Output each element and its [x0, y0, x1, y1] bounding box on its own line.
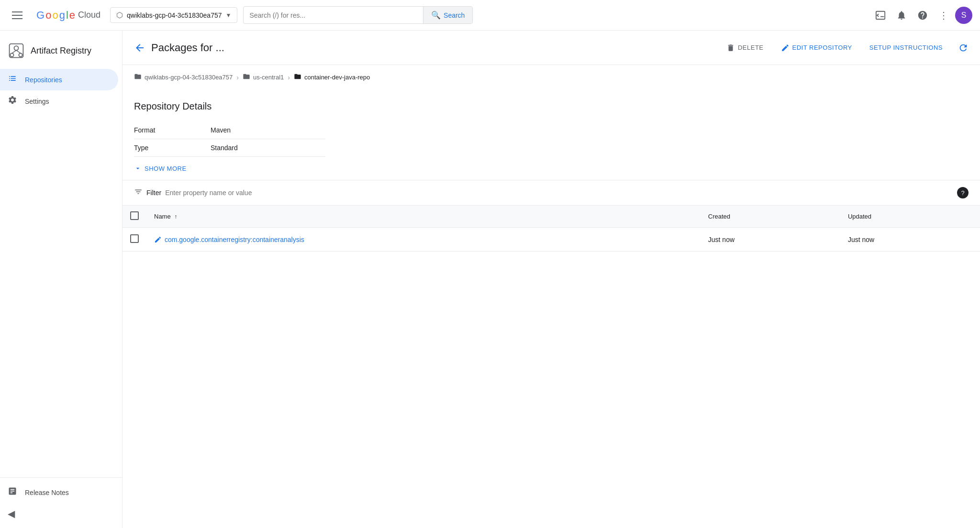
avatar[interactable]: S: [955, 7, 972, 24]
breadcrumb-repo[interactable]: container-dev-java-repo: [294, 73, 370, 82]
svg-point-3: [14, 46, 19, 50]
main-content: Packages for ... DELETE EDIT REPOSITORY …: [122, 31, 980, 528]
table-header-row: Name ↑ Created Updated: [122, 206, 980, 228]
filter-input[interactable]: [165, 189, 953, 197]
chevron-down-icon: [134, 165, 142, 172]
search-button[interactable]: 🔍 Search: [423, 7, 472, 23]
help-icon: [917, 10, 928, 21]
select-all-checkbox[interactable]: [130, 211, 139, 220]
refresh-button[interactable]: [958, 43, 969, 53]
sidebar-bottom: Release Notes ◀: [0, 477, 122, 528]
sidebar-header: Artifact Registry: [0, 34, 122, 69]
sidebar: Artifact Registry Repositories Settings …: [0, 31, 122, 528]
svg-line-6: [12, 50, 16, 53]
breadcrumb-project[interactable]: qwiklabs-gcp-04-3c51830ea757: [134, 73, 233, 82]
svg-point-5: [19, 53, 22, 56]
header-name-col[interactable]: Name ↑: [146, 206, 701, 228]
delete-label: DELETE: [738, 44, 764, 51]
folder-icon-3: [294, 73, 301, 82]
breadcrumb-project-label: qwiklabs-gcp-04-3c51830ea757: [145, 74, 233, 81]
search-bar: 🔍 Search: [243, 6, 473, 24]
chevron-down-icon: ▼: [226, 12, 232, 19]
refresh-icon: [958, 43, 969, 53]
package-link[interactable]: com.google.containerregistry:containeran…: [154, 236, 693, 243]
edit-label: EDIT REPOSITORY: [792, 44, 852, 51]
header-checkbox-col: [122, 206, 146, 228]
breadcrumb-repo-label: container-dev-java-repo: [304, 74, 370, 81]
delete-icon: [726, 44, 735, 52]
hamburger-icon: [12, 11, 22, 19]
details-table: Format Maven Type Standard: [134, 121, 325, 157]
breadcrumb-chevron-1: ›: [236, 74, 239, 81]
collapse-icon: ◀: [8, 508, 15, 519]
header-updated-col[interactable]: Updated: [840, 206, 980, 228]
search-input[interactable]: [244, 8, 423, 23]
breadcrumb-region-label: us-central1: [253, 74, 284, 81]
release-notes-label: Release Notes: [25, 489, 69, 496]
terminal-icon: [875, 10, 886, 21]
terminal-button[interactable]: [871, 6, 890, 25]
content-header: Packages for ... DELETE EDIT REPOSITORY …: [122, 31, 980, 65]
svg-point-4: [10, 53, 13, 56]
row-created-value: Just now: [708, 236, 735, 243]
format-key: Format: [134, 121, 211, 139]
settings-icon: [8, 95, 17, 107]
filter-label: Filter: [146, 189, 161, 197]
name-col-label: Name: [154, 213, 171, 220]
app-layout: Artifact Registry Repositories Settings …: [0, 31, 980, 528]
edit-repository-button[interactable]: EDIT REPOSITORY: [775, 40, 858, 56]
breadcrumb-region[interactable]: us-central1: [243, 73, 284, 82]
notifications-button[interactable]: [892, 6, 911, 25]
setup-label: SETUP INSTRUCTIONS: [869, 44, 943, 51]
folder-icon-2: [243, 73, 250, 82]
row-checkbox-cell: [122, 228, 146, 252]
row-updated-value: Just now: [848, 236, 874, 243]
filter-help-button[interactable]: ?: [957, 187, 969, 198]
filter-icon: [134, 187, 143, 198]
repo-details-title: Repository Details: [134, 101, 969, 112]
project-name: qwiklabs-gcp-04-3c51830ea757: [127, 11, 222, 19]
setup-instructions-button[interactable]: SETUP INSTRUCTIONS: [864, 40, 948, 55]
delete-button[interactable]: DELETE: [721, 40, 769, 56]
row-created-cell: Just now: [701, 228, 840, 252]
more-icon: ⋮: [939, 10, 948, 21]
header-created-col[interactable]: Created: [701, 206, 840, 228]
created-col-label: Created: [708, 213, 730, 220]
back-button[interactable]: [134, 42, 145, 54]
edit-icon: [781, 44, 790, 52]
package-name: com.google.containerregistry:containeran…: [165, 236, 304, 243]
page-title: Packages for ...: [151, 42, 715, 54]
repo-details: Repository Details Format Maven Type Sta…: [122, 89, 980, 180]
packages-table: Name ↑ Created Updated: [122, 206, 980, 252]
top-nav: Google Cloud ⬡ qwiklabs-gcp-04-3c51830ea…: [0, 0, 980, 31]
breadcrumb-chevron-2: ›: [288, 74, 290, 81]
format-value: Maven: [211, 121, 325, 139]
show-more-label: SHOW MORE: [145, 165, 187, 172]
row-name-cell: com.google.containerregistry:containeran…: [146, 228, 701, 252]
folder-icon: [134, 73, 142, 82]
help-button[interactable]: [913, 6, 932, 25]
package-edit-icon: [154, 236, 162, 243]
project-icon: ⬡: [116, 11, 123, 20]
filter-bar: Filter ?: [122, 180, 980, 206]
repositories-label: Repositories: [25, 76, 62, 84]
project-selector[interactable]: ⬡ qwiklabs-gcp-04-3c51830ea757 ▼: [110, 7, 237, 23]
bell-icon: [896, 10, 907, 21]
nav-icons: ⋮ S: [871, 6, 972, 25]
row-checkbox[interactable]: [130, 234, 139, 243]
more-options-button[interactable]: ⋮: [934, 6, 953, 25]
hamburger-menu-button[interactable]: [8, 6, 27, 25]
sidebar-item-settings[interactable]: Settings: [0, 90, 118, 112]
type-value: Standard: [211, 139, 325, 157]
detail-row-type: Type Standard: [134, 139, 325, 157]
sort-ascending-icon: ↑: [174, 213, 177, 220]
table-row: com.google.containerregistry:containeran…: [122, 228, 980, 252]
type-key: Type: [134, 139, 211, 157]
sidebar-item-release-notes[interactable]: Release Notes: [0, 482, 118, 503]
sidebar-title: Artifact Registry: [31, 46, 91, 56]
show-more-button[interactable]: SHOW MORE: [134, 165, 187, 172]
back-arrow-icon: [134, 42, 145, 54]
collapse-sidebar-button[interactable]: ◀: [0, 503, 122, 524]
sidebar-item-repositories[interactable]: Repositories: [0, 69, 118, 90]
breadcrumb: qwiklabs-gcp-04-3c51830ea757 › us-centra…: [122, 65, 980, 89]
